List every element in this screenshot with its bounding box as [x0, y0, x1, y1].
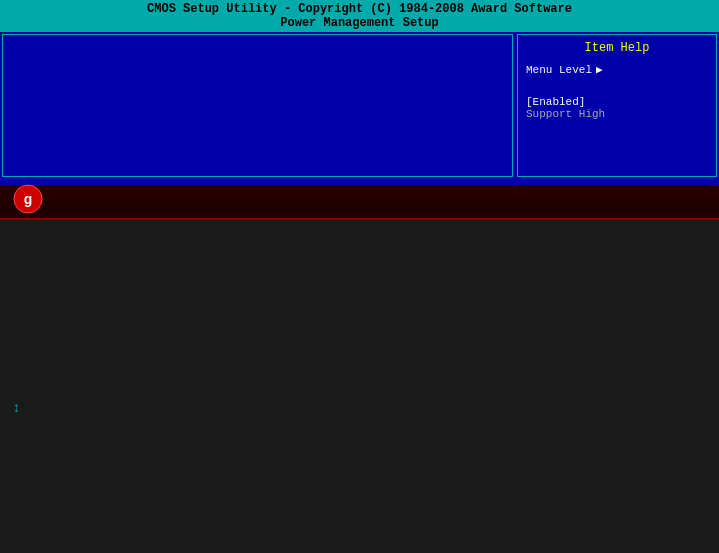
menu-level: Menu Level ▶	[526, 63, 708, 76]
gigabyte-section: g ↕	[0, 185, 719, 553]
gigabyte-logo: g	[10, 184, 46, 219]
gb-content	[0, 220, 719, 553]
gb-tabs	[54, 185, 709, 218]
help-support-text: Support High	[526, 108, 708, 120]
help-enabled-text: [Enabled]	[526, 96, 708, 108]
cmos-body: Item Help Menu Level ▶ [Enabled] Support…	[0, 32, 719, 179]
menu-level-label: Menu Level	[526, 64, 592, 76]
menu-level-arrow: ▶	[596, 63, 603, 76]
cmos-title2: Power Management Setup	[0, 16, 719, 30]
scroll-indicator: ↕	[12, 400, 20, 416]
cmos-section: CMOS Setup Utility - Copyright (C) 1984-…	[0, 0, 719, 185]
cmos-header: CMOS Setup Utility - Copyright (C) 1984-…	[0, 0, 719, 32]
svg-text:g: g	[24, 191, 33, 207]
gigabyte-logo-svg: g	[10, 184, 46, 214]
cmos-title1: CMOS Setup Utility - Copyright (C) 1984-…	[0, 2, 719, 16]
item-help-title: Item Help	[526, 41, 708, 55]
cmos-help-panel: Item Help Menu Level ▶ [Enabled] Support…	[517, 34, 717, 177]
cmos-main-panel	[2, 34, 513, 177]
gb-top-bar: g	[0, 185, 719, 220]
